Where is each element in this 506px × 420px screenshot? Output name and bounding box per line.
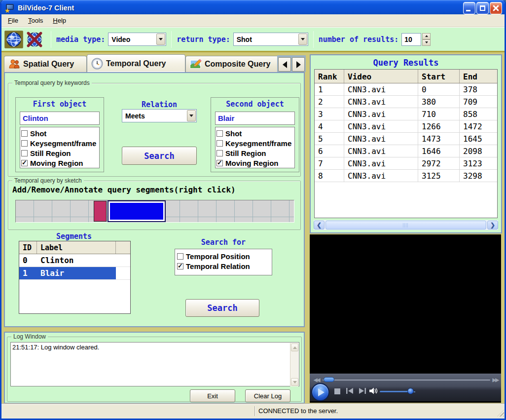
seek-thumb[interactable] <box>324 377 334 382</box>
cell-start: 1473 <box>418 133 460 145</box>
checkbox[interactable] <box>21 130 28 137</box>
cell-end: 378 <box>460 83 497 95</box>
tab-scroll-right-button[interactable] <box>292 57 305 72</box>
globe-icon <box>6 32 22 47</box>
list-item[interactable]: Moving Region <box>21 158 99 168</box>
seek-track[interactable] <box>323 380 490 381</box>
list-item[interactable]: Keysegment/frame <box>217 138 294 148</box>
volume-thumb[interactable] <box>407 388 414 394</box>
next-button[interactable] <box>358 387 367 395</box>
column-header-rank[interactable]: Rank <box>315 70 344 83</box>
minimize-button[interactable] <box>463 2 475 14</box>
stop-button[interactable] <box>334 388 340 394</box>
people-icon <box>8 58 20 70</box>
scroll-right-button[interactable]: ❯ <box>487 221 498 229</box>
scroll-up-button[interactable] <box>291 344 298 351</box>
list-item[interactable]: Moving Region <box>217 158 294 168</box>
rewind-icon[interactable]: ◀◀ <box>314 377 319 382</box>
volume-track[interactable] <box>380 391 410 392</box>
tab-spatial-query[interactable]: Spatial Query <box>4 56 87 72</box>
column-header-video[interactable]: Video <box>344 70 418 83</box>
timeline-segment-clinton[interactable] <box>94 201 107 222</box>
list-item[interactable]: Shot <box>21 128 99 138</box>
table-row[interactable]: 4 CNN3.avi 1266 1472 <box>315 120 497 133</box>
column-header-label[interactable]: Label <box>37 241 116 254</box>
keywords-search-button[interactable]: Search <box>122 147 197 165</box>
dropdown-arrow-icon[interactable] <box>156 34 165 45</box>
scrollbar-thumb[interactable] <box>325 221 486 229</box>
resize-grip-icon[interactable] <box>497 410 504 417</box>
checkbox[interactable] <box>217 150 223 156</box>
list-item[interactable]: Temporal Relation <box>177 261 272 271</box>
table-row[interactable]: 3 CNN3.avi 710 858 <box>315 108 497 120</box>
maximize-button[interactable] <box>476 2 489 14</box>
menu-help[interactable]: Help <box>48 15 71 26</box>
table-row[interactable]: 1 Blair <box>19 267 130 280</box>
checkbox[interactable] <box>21 160 28 166</box>
table-row[interactable]: 6 CNN3.avi 1646 2098 <box>315 145 497 157</box>
table-row[interactable]: 2 CNN3.avi 380 709 <box>315 96 497 108</box>
checkbox[interactable] <box>177 253 183 260</box>
list-item[interactable]: Still Region <box>21 148 99 158</box>
close-button[interactable] <box>490 2 502 14</box>
scroll-left-button[interactable]: ❮ <box>314 221 325 229</box>
scroll-down-button[interactable] <box>291 378 298 386</box>
list-item[interactable]: Temporal Position <box>177 251 272 261</box>
list-item[interactable]: Keysegment/frame <box>21 138 99 148</box>
table-row[interactable]: 5 CNN3.avi 1473 1645 <box>315 133 497 145</box>
menu-file[interactable]: File <box>3 15 23 26</box>
list-item[interactable]: Still Region <box>217 148 294 158</box>
play-button[interactable] <box>311 383 329 401</box>
sketch-group-title: Temporal query by sketch <box>12 177 84 184</box>
table-row[interactable]: 8 CNN3.avi 3125 3298 <box>315 170 497 182</box>
column-header-start[interactable]: Start <box>418 70 460 83</box>
dropdown-arrow-icon[interactable] <box>187 110 196 121</box>
table-row[interactable]: 7 CNN3.avi 2972 3123 <box>315 157 497 170</box>
checkbox[interactable] <box>217 160 223 166</box>
spin-down-button[interactable] <box>422 39 431 46</box>
sketch-timeline[interactable] <box>15 200 294 223</box>
dropdown-arrow-icon[interactable] <box>298 34 307 45</box>
menu-tools[interactable]: Tools <box>24 15 47 26</box>
table-row[interactable]: 0 Clinton <box>19 254 130 267</box>
tab-temporal-query[interactable]: Temporal Query <box>87 54 185 72</box>
checkbox[interactable] <box>21 150 28 156</box>
spin-up-button[interactable] <box>422 33 431 39</box>
checkbox[interactable] <box>217 130 223 137</box>
checkbox-label: Shot <box>225 129 242 138</box>
column-header-end[interactable]: End <box>460 70 497 83</box>
tab-scroll-left-button[interactable] <box>278 57 291 72</box>
log-textarea[interactable]: 21:51:17: Log window cleared. <box>10 342 299 386</box>
timeline-segment-blair[interactable] <box>108 200 166 222</box>
list-item[interactable]: Shot <box>217 128 294 138</box>
tab-composite-query[interactable]: Composite Query <box>185 56 282 72</box>
cell-rank: 8 <box>315 170 344 182</box>
second-object-panel: Second object Shot Keysegment/frame Stil… <box>211 97 299 172</box>
column-header-id[interactable]: ID <box>19 241 37 254</box>
num-results-input[interactable] <box>401 33 421 46</box>
connect-button[interactable] <box>4 31 23 48</box>
sketch-search-button[interactable]: Search <box>185 299 259 317</box>
checkbox[interactable] <box>21 140 28 147</box>
log-scrollbar[interactable] <box>290 343 298 386</box>
checkbox[interactable] <box>217 140 223 147</box>
mute-button[interactable] <box>369 387 379 395</box>
video-display[interactable]: ◀◀ ▶▶ <box>310 234 501 403</box>
previous-button[interactable] <box>345 387 354 395</box>
relation-select[interactable]: Meets <box>122 109 197 122</box>
checkbox[interactable] <box>177 263 183 269</box>
table-row[interactable]: 1 CNN3.avi 0 378 <box>315 83 497 96</box>
first-object-input[interactable] <box>20 112 100 125</box>
return-type-select[interactable]: Shot <box>233 33 308 46</box>
second-object-input[interactable] <box>215 112 295 125</box>
clear-log-button[interactable]: Clear Log <box>245 389 290 402</box>
disconnect-button[interactable] <box>25 31 44 48</box>
exit-button[interactable]: Exit <box>190 389 235 402</box>
fast-forward-icon[interactable]: ▶▶ <box>493 377 498 382</box>
tab-label: Composite Query <box>205 60 270 69</box>
temporal-query-page: Temporal query by keywords First object … <box>4 72 305 327</box>
grip-icon <box>403 223 409 228</box>
media-type-select[interactable]: Video <box>108 33 166 46</box>
tab-scroll-buttons <box>277 55 306 72</box>
results-hscrollbar[interactable]: ❮ ❯ <box>314 220 498 230</box>
